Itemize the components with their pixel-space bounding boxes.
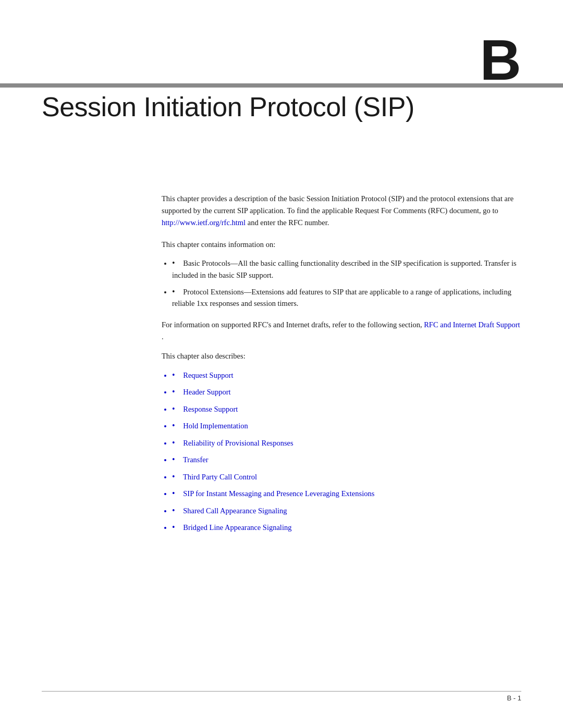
list-item: Response Support (172, 403, 521, 415)
transfer-link[interactable]: Transfer (183, 455, 209, 464)
chapter-letter: B (480, 31, 521, 89)
hold-implementation-link[interactable]: Hold Implementation (183, 422, 248, 430)
response-support-link[interactable]: Response Support (183, 405, 238, 413)
also-describes-label: This chapter also describes: (162, 350, 521, 362)
page-container: B Session Initiation Protocol (SIP) This… (0, 0, 563, 728)
rfc-html-link[interactable]: http://www.ietf.org/rfc.html (162, 218, 246, 227)
list-item: Header Support (172, 386, 521, 398)
request-support-link[interactable]: Request Support (183, 371, 233, 379)
intro-text-after-link: and enter the RFC number. (248, 218, 329, 227)
chapter-title: Session Initiation Protocol (SIP) (42, 91, 414, 122)
rfc-internet-draft-link[interactable]: RFC and Internet Draft Support (424, 320, 520, 329)
text-bullet-list: • Basic Protocols—All the basic calling … (162, 257, 521, 310)
rfc-paragraph: For information on supported RFC's and I… (162, 319, 521, 343)
top-decorative-bar (0, 83, 563, 88)
list-item: • Protocol Extensions—Extensions add fea… (172, 286, 521, 310)
contains-info-label: This chapter contains information on: (162, 239, 521, 250)
list-item: Bridged Line Appearance Signaling (172, 522, 521, 533)
list-item: Shared Call Appearance Signaling (172, 505, 521, 516)
list-item: Transfer (172, 454, 521, 465)
list-item: • Basic Protocols—All the basic calling … (172, 257, 521, 281)
intro-paragraph: This chapter provides a description of t… (162, 193, 521, 229)
rfc-text-before-link: For information on supported RFC's and I… (162, 320, 422, 329)
page-number: B - 1 (507, 694, 521, 702)
rfc-text-after-link: . (162, 332, 164, 341)
bullet-text: Protocol Extensions—Extensions add featu… (172, 288, 511, 307)
link-bullet-list: Request Support Header Support Response … (162, 369, 521, 534)
bullet-text: Basic Protocols—All the basic calling fu… (172, 259, 517, 279)
shared-call-appearance-link[interactable]: Shared Call Appearance Signaling (183, 507, 287, 515)
list-item: Third Party Call Control (172, 471, 521, 483)
list-item: Hold Implementation (172, 420, 521, 431)
intro-text-before-link: This chapter provides a description of t… (162, 194, 513, 215)
list-item: Reliability of Provisional Responses (172, 437, 521, 449)
list-item: SIP for Instant Messaging and Presence L… (172, 488, 521, 499)
reliability-provisional-link[interactable]: Reliability of Provisional Responses (183, 439, 293, 447)
sip-im-presence-link[interactable]: SIP for Instant Messaging and Presence L… (183, 489, 374, 498)
bridged-line-appearance-link[interactable]: Bridged Line Appearance Signaling (183, 523, 291, 532)
third-party-call-control-link[interactable]: Third Party Call Control (183, 473, 257, 481)
header-support-link[interactable]: Header Support (183, 388, 230, 396)
content-area: This chapter provides a description of t… (162, 193, 521, 542)
bottom-rule (42, 691, 521, 692)
list-item: Request Support (172, 369, 521, 381)
